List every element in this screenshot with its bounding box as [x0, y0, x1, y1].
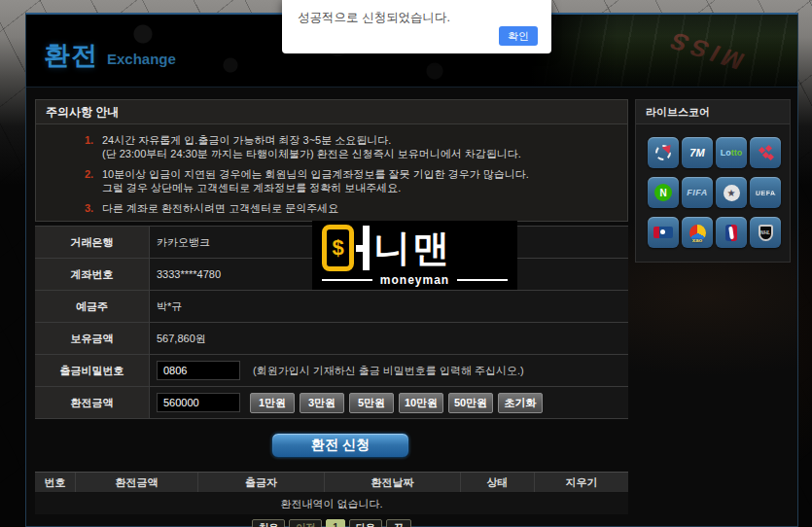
page-first-button[interactable]: 처음 — [252, 519, 285, 527]
success-modal: 성공적으로 신청되었습니다. 확인 — [282, 0, 551, 53]
lotto-icon[interactable]: Lotto — [716, 137, 747, 168]
withdraw-password-input[interactable] — [157, 361, 240, 380]
col-amount: 환전금액 — [76, 473, 198, 492]
page-current-button[interactable]: 1 — [326, 519, 345, 527]
notice-line: (단 23:00부터 24:30분 까지는 타행이체불가) 환전은 신청즉시 보… — [102, 147, 521, 160]
red-triangle-icon — [662, 142, 675, 155]
history-header-row: 번호 환전금액 출금자 환전날짜 상태 지우기 — [35, 473, 628, 493]
preset-500k-button[interactable]: 50만원 — [448, 393, 493, 413]
moneyman-logo: $ 니맨 moneyman — [312, 221, 517, 290]
balance-label: 보유금액 — [35, 323, 150, 354]
nhl-shield-icon: NHL — [759, 225, 773, 241]
livescore-title: 라이브스코어 — [636, 100, 790, 124]
form-row-amount: 환전금액 1만원 3만원 5만원 10만원 50만원 초기화 — [35, 386, 628, 418]
mlb-logo-icon — [653, 227, 673, 238]
form-row-password: 출금비밀번호 (회원가입시 기재하신 출금 비밀번호를 입력해 주십시오.) — [35, 354, 628, 386]
history-empty-message: 환전내역이 없습니다. — [35, 493, 628, 514]
stadium-field-text: MISS — [659, 25, 749, 75]
preset-10k-button[interactable]: 1만원 — [250, 393, 295, 413]
balance-value: 567,860원 — [150, 323, 628, 354]
stadium-photo: MISS — [530, 15, 797, 87]
col-number: 번호 — [35, 473, 76, 492]
account-label: 계좌번호 — [35, 259, 150, 290]
hangul-vowel-stroke — [356, 226, 371, 270]
fifa-icon[interactable]: FIFA — [682, 177, 713, 208]
xao-baseball-icon[interactable]: xao — [682, 217, 713, 248]
modal-message: 성공적으로 신청되었습니다. — [298, 10, 450, 26]
naver-sports-icon[interactable]: N — [648, 177, 679, 208]
notice-item-number: 3. — [85, 201, 102, 215]
livescore-icon-grid: 7M Lotto N FIFA ★ UEFA — [636, 124, 790, 262]
holder-label: 예금주 — [35, 291, 150, 322]
col-delete: 지우기 — [535, 473, 628, 492]
page-prev-button[interactable]: 이전 — [289, 519, 322, 527]
preset-100k-button[interactable]: 10만원 — [399, 393, 443, 413]
nba-logo-icon — [725, 225, 737, 241]
content-column: 주의사항 안내 1. 24시간 자유롭게 입.출금이 가능하며 최장 3~5분 … — [35, 99, 628, 527]
col-status: 상태 — [461, 473, 535, 492]
holder-value: 박*규 — [150, 291, 628, 322]
preset-50k-button[interactable]: 5만원 — [349, 393, 394, 413]
notice-line: 10분이상 입금이 지연된 경우에는 회원님의 입금계좌정보를 잘못 기입한 경… — [102, 167, 529, 181]
swirl-icon: xao — [689, 225, 706, 241]
naver-n-icon: N — [654, 184, 672, 201]
starball-icon: ★ — [724, 185, 740, 201]
exchange-submit-button[interactable]: 환전 신청 — [271, 433, 409, 458]
red-diamonds-icon — [759, 146, 773, 160]
password-hint: (회원가입시 기재하신 출금 비밀번호를 입력해 주십시오.) — [253, 364, 524, 378]
exchange-history-table: 번호 환전금액 출금자 환전날짜 상태 지우기 환전내역이 없습니다. — [35, 472, 628, 514]
modal-confirm-button[interactable]: 확인 — [499, 26, 538, 46]
notice-item-number: 1. — [85, 133, 102, 160]
bank-label: 거래은행 — [35, 227, 150, 258]
page-subtitle: Exchange — [107, 51, 176, 67]
brand-caption: moneyman — [380, 273, 449, 287]
nba-icon[interactable] — [716, 217, 747, 248]
col-withdrawer: 출금자 — [198, 473, 325, 492]
uefa-icon[interactable]: UEFA — [750, 177, 781, 208]
flashscore-icon[interactable] — [750, 137, 781, 168]
livescore-panel: 라이브스코어 7M Lotto N FIFA ★ — [635, 99, 791, 263]
page-next-button[interactable]: 다음 — [349, 519, 382, 527]
amount-label: 환전금액 — [35, 387, 150, 418]
notice-item: 3. 다른 계좌로 환전하시려면 고객센터로 문의주세요 — [36, 201, 627, 215]
notice-item-number: 2. — [85, 167, 102, 194]
amount-reset-button[interactable]: 초기화 — [498, 393, 543, 413]
phone-dollar-icon: $ — [322, 225, 354, 271]
header-title-wrap: 환전Exchange — [44, 38, 176, 73]
notice-body: 1. 24시간 자유롭게 입.출금이 가능하며 최장 3~5분 소요됩니다. (… — [36, 124, 627, 215]
7m-sport-icon[interactable]: 7M — [682, 137, 713, 168]
champions-league-icon[interactable]: ★ — [716, 177, 747, 208]
col-date: 환전날짜 — [325, 473, 461, 492]
nhl-icon[interactable]: NHL — [750, 217, 781, 248]
exchange-amount-input[interactable] — [157, 393, 240, 412]
page-title: 환전 — [44, 41, 98, 70]
page-last-button[interactable]: 끝 — [386, 519, 411, 527]
notice-item: 2. 10분이상 입금이 지연된 경우에는 회원님의 입금계좌정보를 잘못 기입… — [36, 167, 627, 194]
notice-item: 1. 24시간 자유롭게 입.출금이 가능하며 최장 3~5분 소요됩니다. (… — [36, 133, 627, 160]
notice-title: 주의사항 안내 — [36, 100, 627, 124]
refresh-ring-icon — [655, 145, 671, 160]
password-label: 출금비밀번호 — [35, 355, 150, 386]
mlb-icon[interactable] — [648, 217, 679, 248]
form-row-holder: 예금주 박*규 — [35, 290, 628, 322]
notice-line: 다른 계좌로 환전하시려면 고객센터로 문의주세요 — [102, 201, 338, 215]
preset-30k-button[interactable]: 3만원 — [300, 393, 344, 413]
notice-line: 24시간 자유롭게 입.출금이 가능하며 최장 3~5분 소요됩니다. — [102, 133, 521, 147]
notice-line: 그럴 경우 상단메뉴 고객센터로 계좌정보를 정확히 보내주세요. — [102, 181, 529, 194]
notice-panel: 주의사항 안내 1. 24시간 자유롭게 입.출금이 가능하며 최장 3~5분 … — [35, 99, 628, 222]
livescore-icon[interactable] — [648, 137, 679, 168]
pagination: 처음 이전 1 다음 끝 — [35, 519, 628, 527]
form-row-balance: 보유금액 567,860원 — [35, 322, 628, 354]
brand-text: 니맨 — [373, 224, 451, 273]
